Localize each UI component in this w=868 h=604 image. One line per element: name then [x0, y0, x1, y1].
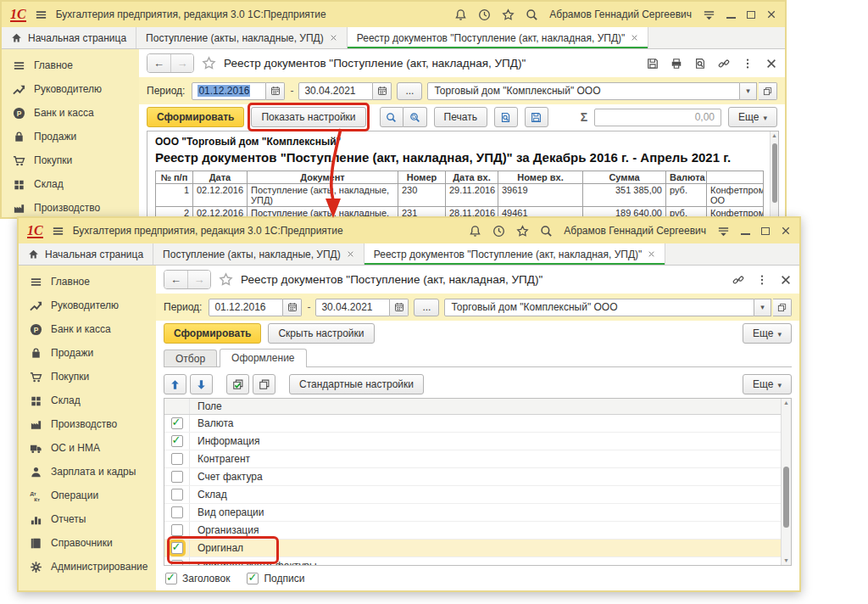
field-row[interactable]: Информация	[164, 433, 791, 450]
print-button[interactable]: Печать	[434, 107, 487, 127]
header-checkbox-group[interactable]: Заголовок	[165, 573, 230, 584]
sidebar-item[interactable]: ОС и НМА	[19, 436, 156, 460]
field-checkbox[interactable]	[171, 471, 183, 483]
sidebar-item[interactable]: Главное	[19, 270, 156, 294]
field-checkbox[interactable]	[171, 560, 183, 566]
notifications-bell-icon[interactable]	[469, 225, 481, 238]
print-icon[interactable]	[670, 58, 682, 70]
tab-close-icon[interactable]	[648, 250, 655, 258]
tab-receipts[interactable]: Поступление (акты, накладные, УПД)	[136, 27, 348, 48]
favorites-star-icon[interactable]	[516, 225, 529, 238]
show-settings-button[interactable]: Показать настройки	[251, 107, 365, 127]
tab-appearance[interactable]: Оформление	[220, 349, 306, 367]
sidebar-item[interactable]: Склад	[2, 172, 139, 196]
field-checkbox[interactable]	[171, 417, 183, 429]
sidebar-item[interactable]: Администрирование	[19, 555, 156, 579]
tab-register-report[interactable]: Реестр документов "Поступление (акт, нак…	[348, 27, 649, 48]
close-form-icon[interactable]	[780, 274, 792, 286]
calendar-icon[interactable]	[266, 82, 285, 100]
organization-value[interactable]: Торговый дом "Комплексный" ООО	[444, 299, 754, 316]
period-more-button[interactable]: ...	[414, 299, 439, 316]
maximize-button[interactable]	[761, 227, 770, 235]
forward-button[interactable]: →	[170, 54, 193, 72]
field-row[interactable]: Вид операции	[164, 504, 791, 522]
back-button[interactable]: ←	[164, 271, 187, 288]
tab-close-icon[interactable]	[347, 250, 354, 258]
tab-home[interactable]: Начальная страница	[2, 27, 136, 48]
date-to-input[interactable]: 30.04.2021	[298, 82, 373, 100]
service-menu-icon[interactable]	[703, 8, 715, 21]
close-window-icon[interactable]	[781, 226, 791, 236]
more-button[interactable]: Еще	[728, 107, 777, 127]
forward-button[interactable]: →	[187, 271, 210, 288]
more-kebab-icon[interactable]	[756, 274, 768, 286]
sidebar-item[interactable]: Руководителю	[19, 294, 156, 317]
combo-open-icon[interactable]	[759, 82, 777, 100]
field-checkbox[interactable]	[171, 435, 183, 447]
combo-dropdown-icon[interactable]	[740, 82, 757, 100]
get-link-icon[interactable]	[718, 58, 730, 70]
history-clock-icon[interactable]	[478, 8, 491, 21]
uncheck-all-button[interactable]	[253, 374, 275, 394]
organization-combo[interactable]: Торговый дом "Комплексный" ООО	[427, 82, 777, 100]
field-row[interactable]: Счет фактура	[164, 468, 791, 486]
sidebar-item[interactable]: Банк и касса	[19, 317, 156, 341]
sidebar-item[interactable]: Зарплата и кадры	[19, 460, 156, 484]
field-row[interactable]: Оригинал	[164, 540, 791, 557]
date-from-input[interactable]: 01.12.2016	[209, 299, 283, 316]
find-next-button[interactable]	[403, 107, 427, 127]
favorite-star-icon[interactable]	[202, 56, 216, 70]
hide-settings-button[interactable]: Скрыть настройки	[268, 323, 374, 344]
sidebar-item[interactable]: Отчеты	[19, 507, 156, 531]
move-down-button[interactable]	[190, 374, 213, 394]
close-form-icon[interactable]	[765, 58, 777, 70]
signatures-checkbox[interactable]	[247, 573, 259, 584]
save-button[interactable]	[525, 107, 548, 127]
sidebar-item[interactable]: Справочники	[19, 531, 156, 555]
preview-icon[interactable]	[694, 58, 706, 70]
generate-button[interactable]: Сформировать	[164, 323, 261, 344]
field-row[interactable]: Валюта	[164, 415, 791, 433]
field-row[interactable]: Контрагент	[164, 450, 791, 468]
organization-value[interactable]: Торговый дом "Комплексный" ООО	[427, 82, 740, 100]
preview-button[interactable]	[494, 107, 518, 127]
more-kebab-icon[interactable]	[742, 58, 754, 70]
sidebar-item[interactable]: Руководителю	[2, 77, 139, 101]
tab-close-icon[interactable]	[330, 34, 337, 42]
search-icon[interactable]	[526, 8, 538, 21]
tab-register-report[interactable]: Реестр документов "Поступление (акт, нак…	[364, 243, 666, 265]
notifications-bell-icon[interactable]	[454, 8, 467, 21]
field-row[interactable]: Склад	[164, 486, 791, 504]
user-name[interactable]: Абрамов Геннадий Сергеевич	[564, 225, 706, 237]
sidebar-item[interactable]: Покупки	[2, 148, 139, 172]
sidebar-item[interactable]: Покупки	[19, 365, 156, 389]
calendar-icon[interactable]	[390, 299, 409, 316]
get-link-icon[interactable]	[732, 274, 744, 286]
header-checkbox[interactable]	[165, 573, 177, 584]
standard-settings-button[interactable]: Стандартные настройки	[289, 374, 424, 394]
more-button[interactable]: Еще	[743, 323, 792, 344]
sum-field[interactable]: 0,00	[594, 109, 721, 126]
service-menu-icon[interactable]	[717, 225, 730, 238]
favorites-star-icon[interactable]	[502, 8, 515, 21]
search-icon[interactable]	[540, 225, 553, 238]
signatures-checkbox-group[interactable]: Подписи	[247, 573, 304, 584]
close-window-icon[interactable]	[766, 9, 776, 20]
field-row[interactable]: Организация	[164, 522, 791, 540]
field-checkbox[interactable]	[171, 542, 183, 554]
history-clock-icon[interactable]	[492, 225, 505, 238]
sidebar-item[interactable]: Склад	[19, 389, 156, 412]
field-checkbox[interactable]	[171, 524, 183, 536]
generate-button[interactable]: Сформировать	[147, 107, 244, 127]
back-button[interactable]: ←	[147, 54, 170, 72]
sidebar-item[interactable]: Банк и касса	[2, 101, 139, 125]
sidebar-item[interactable]: Продажи	[2, 125, 139, 148]
field-checkbox[interactable]	[171, 453, 183, 465]
combo-dropdown-icon[interactable]	[754, 299, 771, 316]
sidebar-item[interactable]: Продажи	[19, 341, 156, 365]
settings-more-button[interactable]: Еще	[743, 374, 792, 394]
combo-open-icon[interactable]	[773, 299, 792, 316]
sidebar-item[interactable]: Производство	[19, 412, 156, 436]
period-more-button[interactable]: ...	[397, 82, 422, 100]
field-checkbox[interactable]	[171, 489, 183, 501]
